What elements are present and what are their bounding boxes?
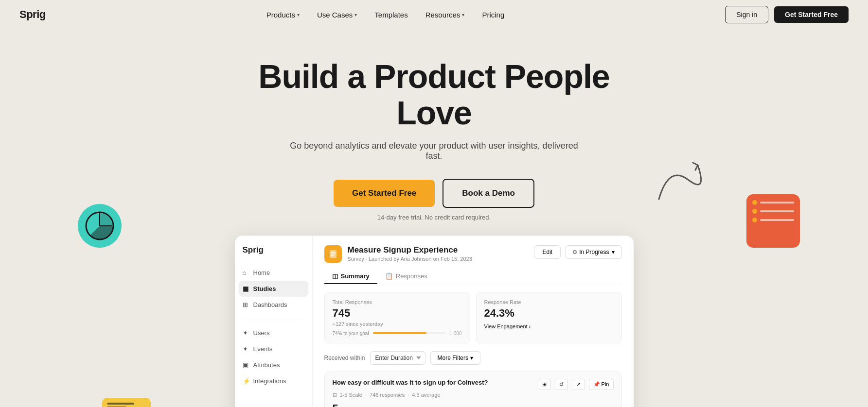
signin-button[interactable]: Sign in xyxy=(725,6,768,23)
chevron-icon: ▾ xyxy=(354,12,357,17)
more-filters-button[interactable]: More Filters ▾ xyxy=(430,351,480,365)
status-button[interactable]: In Progress ▾ xyxy=(566,245,621,259)
dashboard-card: Sprig ⌂ Home ▦ Studies ⊞ Dashboards xyxy=(235,236,634,407)
total-responses-label: Total Responses xyxy=(333,299,462,305)
goal-label: 74% to your goal xyxy=(333,331,369,336)
question-action-1[interactable]: ⊞ xyxy=(538,379,551,390)
question-header: How easy or difficult was it to sign up … xyxy=(333,379,614,390)
response-rate-card: Response Rate 24.3% View Engagement › xyxy=(476,292,622,343)
total-responses-sub: +127 since yesterday xyxy=(333,321,462,327)
question-text: How easy or difficult was it to sign up … xyxy=(333,379,488,386)
sidebar-logo: Sprig xyxy=(235,245,312,265)
logo: Sprig xyxy=(19,8,46,21)
nav-item-pricing[interactable]: Pricing xyxy=(482,11,504,19)
edit-button[interactable]: Edit xyxy=(534,245,561,259)
metrics-row: Total Responses 745 +127 since yesterday… xyxy=(324,292,622,343)
total-responses-card: Total Responses 745 +127 since yesterday… xyxy=(324,292,470,343)
question-action-2[interactable]: ↺ xyxy=(555,379,568,390)
chevron-icon: ▾ xyxy=(462,12,464,17)
response-rate-label: Response Rate xyxy=(484,299,614,305)
study-icon xyxy=(324,245,342,263)
question-meta: ⊟ 1-5 Scale · 746 responses · 4.5 averag… xyxy=(333,392,614,398)
nav-item-templates[interactable]: Templates xyxy=(374,11,407,19)
progress-bar-container: 74% to your goal 1,000 xyxy=(333,331,462,336)
survey-icon xyxy=(328,249,338,259)
hero-subtitle: Go beyond analytics and elevate your pro… xyxy=(283,141,585,161)
hero-book-demo-button[interactable]: Book a Demo xyxy=(443,179,534,208)
chevron-down-icon: ▾ xyxy=(612,249,615,255)
total-responses-value: 745 xyxy=(333,307,462,320)
progress-bar-track xyxy=(373,332,446,334)
chevron-icon: ▾ xyxy=(297,12,300,17)
pin-icon: 📌 xyxy=(593,381,600,387)
nav-actions: Sign in Get Started Free xyxy=(725,6,849,23)
deco-pie-chart xyxy=(78,204,122,248)
nav-item-usecases[interactable]: Use Cases ▾ xyxy=(317,11,357,19)
nav-item-products[interactable]: Products ▾ xyxy=(266,11,300,19)
hero-ctas: Get Started Free Book a Demo xyxy=(334,179,534,208)
main-content: Measure Signup Experience Survey · Launc… xyxy=(313,236,634,407)
deco-yellow-notepad xyxy=(102,398,151,407)
sidebar-divider xyxy=(243,319,304,319)
sidebar: Sprig ⌂ Home ▦ Studies ⊞ Dashboards xyxy=(235,236,313,407)
received-within-label: Received within xyxy=(324,355,365,361)
study-title: Measure Signup Experience xyxy=(348,245,472,255)
hero-get-started-button[interactable]: Get Started Free xyxy=(334,180,435,207)
dashboards-icon: ⊞ xyxy=(243,301,249,308)
response-rate-value: 24.3% xyxy=(484,307,614,320)
sidebar-item-dashboards[interactable]: ⊞ Dashboards xyxy=(235,297,312,313)
integrations-icon: ⚡ xyxy=(243,377,249,384)
question-action-3[interactable]: ↗ xyxy=(572,379,585,390)
attributes-icon: ▣ xyxy=(243,361,249,368)
status-dot-icon xyxy=(573,250,577,254)
nav-item-resources[interactable]: Resources ▾ xyxy=(425,11,465,19)
responses-tab-icon: 📋 xyxy=(385,272,393,280)
studies-icon: ▦ xyxy=(243,285,249,292)
question-card: How easy or difficult was it to sign up … xyxy=(324,372,622,407)
goal-max-label: 1,000 xyxy=(449,331,461,336)
nav-links: Products ▾ Use Cases ▾ Templates Resourc… xyxy=(266,11,505,19)
trial-note: 14-day free trial. No credit card requir… xyxy=(377,214,491,221)
question-actions: ⊞ ↺ ↗ 📌 Pin xyxy=(538,379,614,390)
tab-summary[interactable]: ◫ Summary xyxy=(324,269,377,284)
arrow-icon: › xyxy=(529,323,531,329)
home-icon: ⌂ xyxy=(243,269,249,276)
study-info: Measure Signup Experience Survey · Launc… xyxy=(348,245,472,262)
sidebar-item-users[interactable]: ✦ Users xyxy=(235,325,312,341)
pie-chart-icon xyxy=(85,211,114,240)
hero-section: Build a Product People Love Go beyond an… xyxy=(0,29,868,407)
sidebar-item-attributes[interactable]: ▣ Attributes xyxy=(235,357,312,373)
deco-orange-list xyxy=(746,194,800,248)
dashboard-container: Sprig ⌂ Home ▦ Studies ⊞ Dashboards xyxy=(235,236,634,407)
duration-select[interactable]: Enter Duration xyxy=(370,351,425,365)
sidebar-item-studies[interactable]: ▦ Studies xyxy=(239,281,308,297)
chevron-down-icon: ▾ xyxy=(470,355,473,361)
sidebar-item-integrations[interactable]: ⚡ Integrations xyxy=(235,373,312,389)
summary-tab-icon: ◫ xyxy=(332,272,338,280)
sidebar-nav-secondary: ✦ Users ✦ Events ▣ Attributes ⚡ Integrat… xyxy=(235,325,312,389)
view-engagement-link[interactable]: View Engagement › xyxy=(484,323,614,329)
study-header-left: Measure Signup Experience Survey · Launc… xyxy=(324,245,472,263)
study-actions: Edit In Progress ▾ xyxy=(534,245,621,259)
tabs: ◫ Summary 📋 Responses xyxy=(324,269,622,284)
scale-icon: ⊟ xyxy=(333,392,337,398)
sidebar-item-home[interactable]: ⌂ Home xyxy=(235,265,312,281)
tab-responses[interactable]: 📋 Responses xyxy=(377,269,435,284)
progress-bar-fill xyxy=(373,332,427,334)
hero-title: Build a Product People Love xyxy=(240,58,629,131)
sidebar-item-events[interactable]: ✦ Events xyxy=(235,341,312,357)
deco-swirl xyxy=(649,155,717,223)
study-header: Measure Signup Experience Survey · Launc… xyxy=(324,245,622,263)
navbar: Sprig Products ▾ Use Cases ▾ Templates R… xyxy=(0,0,868,29)
study-meta: Survey · Launched by Aria Johnson on Feb… xyxy=(348,256,472,262)
events-icon: ✦ xyxy=(243,345,249,352)
sidebar-nav: ⌂ Home ▦ Studies ⊞ Dashboards xyxy=(235,265,312,313)
pin-button[interactable]: 📌 Pin xyxy=(589,379,614,390)
get-started-nav-button[interactable]: Get Started Free xyxy=(774,6,849,23)
question-answer: 5 xyxy=(333,402,614,407)
users-icon: ✦ xyxy=(243,329,249,336)
filters-row: Received within Enter Duration More Filt… xyxy=(324,351,622,365)
